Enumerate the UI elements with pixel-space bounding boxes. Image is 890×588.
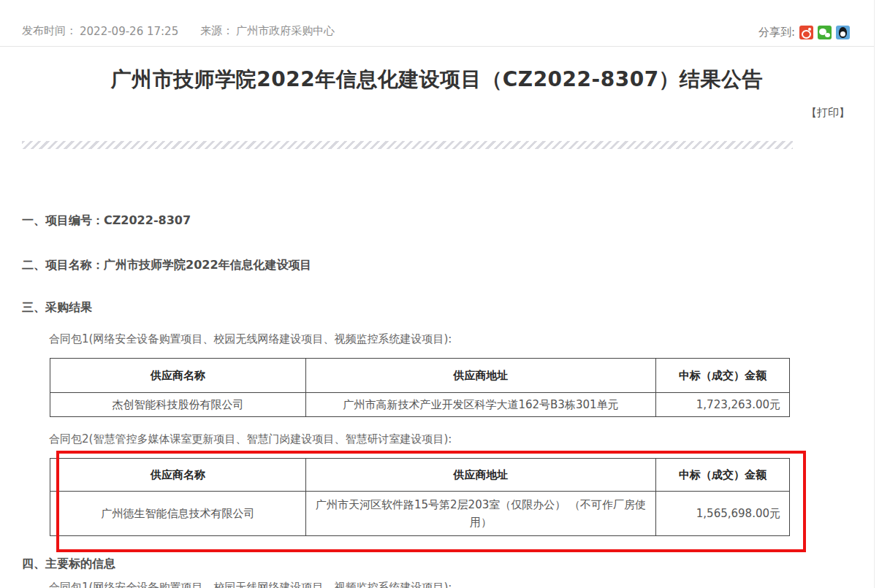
column-header-supplier-address: 供应商地址	[306, 459, 656, 492]
section-heading-main-subject-info: 四、主要标的信息	[22, 557, 115, 572]
section-heading-project-number: 一、项目编号：CZ2022-8307	[22, 213, 191, 229]
share-label: 分享到:	[758, 26, 795, 39]
page-title: 广州市技师学院2022年信息化建设项目（CZ2022-8307）结果公告	[0, 66, 874, 93]
package2-supplier-address: 广州市天河区软件路15号第2层203室（仅限办公） （不可作厂房使用）	[306, 492, 656, 536]
section-heading-project-name: 二、项目名称：广州市技师学院2022年信息化建设项目	[22, 258, 312, 273]
package1-label: 合同包1(网络安全设备购置项目、校园无线网络建设项目、视频监控系统建设项目):	[49, 332, 452, 346]
decorative-hatched-divider	[22, 141, 793, 149]
share-bar: 分享到:	[758, 26, 850, 39]
package1-data-row: 杰创智能科技股份有限公司 广州市高新技术产业开发区科学大道162号B3栋301单…	[50, 393, 790, 417]
package1-result-table: 供应商名称 供应商地址 中标（成交）金额 杰创智能科技股份有限公司 广州市高新技…	[50, 358, 790, 417]
wechat-share-icon[interactable]	[818, 26, 832, 39]
package1-header-row: 供应商名称 供应商地址 中标（成交）金额	[50, 359, 790, 393]
publish-time-value: 2022-09-26 17:25	[80, 25, 178, 38]
package2-result-table: 供应商名称 供应商地址 中标（成交）金额 广州德生智能信息技术有限公司 广州市天…	[50, 458, 790, 536]
column-header-supplier-name: 供应商名称	[50, 459, 306, 492]
qq-share-icon[interactable]	[836, 26, 850, 39]
package2-supplier-name: 广州德生智能信息技术有限公司	[50, 492, 306, 536]
page-right-border	[874, 0, 875, 588]
source-label: 来源：	[200, 24, 233, 38]
package2-header-row: 供应商名称 供应商地址 中标（成交）金额	[50, 459, 790, 492]
package2-data-row: 广州德生智能信息技术有限公司 广州市天河区软件路15号第2层203室（仅限办公）…	[50, 492, 790, 536]
source-value: 广州市政府采购中心	[236, 24, 335, 38]
package1-supplier-name: 杰创智能科技股份有限公司	[50, 393, 306, 417]
package1-supplier-address: 广州市高新技术产业开发区科学大道162号B3栋301单元	[306, 393, 656, 417]
truncated-package1-line: 合同包1(网络安全设备购置项目、校园无线网络建设项目、视频监控系统建设项目):	[49, 581, 452, 588]
publish-time-label: 发布时间：	[22, 24, 77, 38]
column-header-supplier-name: 供应商名称	[50, 359, 306, 393]
header-divider	[0, 46, 874, 47]
weibo-share-icon[interactable]	[799, 26, 813, 39]
package2-award-amount: 1,565,698.00元	[656, 492, 790, 536]
column-header-supplier-address: 供应商地址	[306, 359, 656, 393]
article-meta-bar: 发布时间： 2022-09-26 17:25 来源： 广州市政府采购中心	[22, 24, 335, 38]
package1-award-amount: 1,723,263.00元	[656, 393, 790, 417]
section-heading-procurement-result: 三、采购结果	[22, 300, 92, 316]
column-header-award-amount: 中标（成交）金额	[656, 359, 790, 393]
print-button[interactable]: 【打印】	[806, 106, 850, 120]
column-header-award-amount: 中标（成交）金额	[656, 459, 790, 492]
package2-label: 合同包2(智慧管控多媒体课室更新项目、智慧门岗建设项目、智慧研讨室建设项目):	[49, 432, 452, 446]
